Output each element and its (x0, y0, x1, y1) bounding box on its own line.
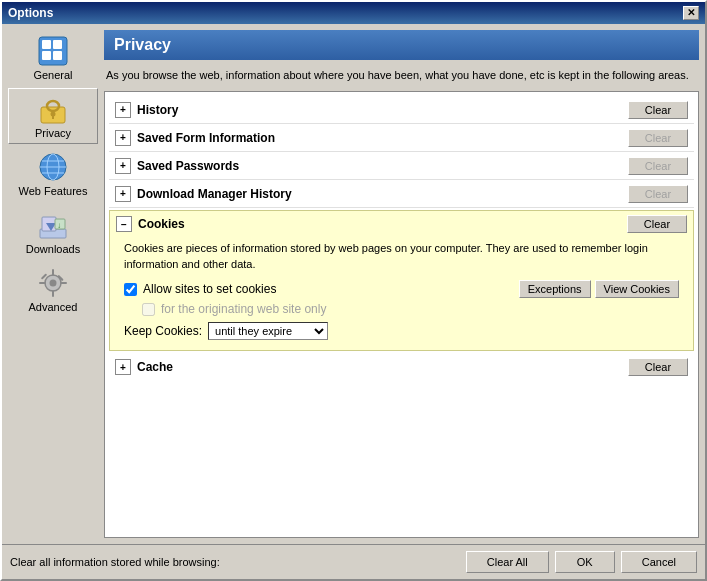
saved-passwords-label: Saved Passwords (137, 159, 628, 173)
cookies-allow-row: Allow sites to set cookies Exceptions Vi… (124, 280, 679, 298)
cookies-body: Cookies are pieces of information stored… (110, 237, 693, 350)
cookies-label: Cookies (138, 217, 627, 231)
title-bar: Options ✕ (2, 2, 705, 24)
svg-rect-23 (39, 282, 46, 284)
cookies-header-row: − Cookies Clear (110, 211, 693, 237)
saved-passwords-clear-button[interactable]: Clear (628, 157, 688, 175)
sidebar-label-general: General (33, 69, 72, 81)
allow-cookies-label: Allow sites to set cookies (143, 282, 276, 296)
keep-cookies-select[interactable]: until they expire until I close Firefox … (208, 322, 328, 340)
download-history-label: Download Manager History (137, 187, 628, 201)
window-title: Options (8, 6, 53, 20)
cache-row: + Cache Clear (109, 353, 694, 381)
saved-passwords-row: + Saved Passwords Clear (109, 152, 694, 180)
general-icon (37, 35, 69, 67)
sidebar-item-advanced[interactable]: Advanced (8, 262, 98, 318)
page-header: Privacy (104, 30, 699, 60)
sidebar-label-web-features: Web Features (19, 185, 88, 197)
close-button[interactable]: ✕ (683, 6, 699, 20)
svg-point-20 (50, 280, 57, 287)
svg-rect-22 (52, 290, 54, 297)
exceptions-button[interactable]: Exceptions (519, 280, 591, 298)
sidebar-item-privacy[interactable]: Privacy (8, 88, 98, 144)
allow-cookies-checkbox[interactable] (124, 283, 137, 296)
svg-rect-21 (52, 269, 54, 276)
main-content: Privacy As you browse the web, informati… (104, 30, 699, 538)
svg-rect-24 (60, 282, 67, 284)
advanced-icon (37, 267, 69, 299)
page-description: As you browse the web, information about… (104, 64, 699, 91)
cache-clear-button[interactable]: Clear (628, 358, 688, 376)
view-cookies-button[interactable]: View Cookies (595, 280, 679, 298)
svg-rect-2 (42, 51, 51, 60)
sidebar-label-downloads: Downloads (26, 243, 80, 255)
svg-rect-4 (53, 51, 62, 60)
saved-form-clear-button[interactable]: Clear (628, 129, 688, 147)
keep-cookies-row: Keep Cookies: until they expire until I … (124, 322, 679, 340)
keep-cookies-label: Keep Cookies: (124, 324, 202, 338)
downloads-icon: ↓ (37, 209, 69, 241)
content-area: + History Clear + Saved Form Information… (104, 91, 699, 538)
cookies-action-buttons: Exceptions View Cookies (519, 280, 679, 298)
history-label: History (137, 103, 628, 117)
cache-expand-icon[interactable]: + (115, 359, 131, 375)
history-expand-icon[interactable]: + (115, 102, 131, 118)
saved-form-expand-icon[interactable]: + (115, 130, 131, 146)
cookies-description: Cookies are pieces of information stored… (124, 241, 679, 272)
sidebar-label-advanced: Advanced (29, 301, 78, 313)
saved-form-label: Saved Form Information (137, 131, 628, 145)
window-footer: Clear all information stored while brows… (2, 544, 705, 579)
options-window: Options ✕ General (0, 0, 707, 581)
sidebar-item-web-features[interactable]: Web Features (8, 146, 98, 202)
svg-rect-3 (53, 40, 62, 49)
sidebar-item-general[interactable]: General (8, 30, 98, 86)
clear-all-button[interactable]: Clear All (466, 551, 549, 573)
window-body: General Privacy (2, 24, 705, 544)
sidebar-item-downloads[interactable]: ↓ Downloads (8, 204, 98, 260)
page-title: Privacy (114, 36, 171, 53)
sidebar: General Privacy (8, 30, 98, 538)
svg-text:↓: ↓ (57, 221, 61, 230)
history-row: + History Clear (109, 96, 694, 124)
originating-checkbox[interactable] (142, 303, 155, 316)
cancel-button[interactable]: Cancel (621, 551, 697, 573)
cookies-expand-icon[interactable]: − (116, 216, 132, 232)
saved-passwords-expand-icon[interactable]: + (115, 158, 131, 174)
cache-label: Cache (137, 360, 628, 374)
privacy-icon (37, 93, 69, 125)
clear-all-text: Clear all information stored while brows… (10, 556, 460, 568)
originating-label: for the originating web site only (161, 302, 326, 316)
download-history-clear-button[interactable]: Clear (628, 185, 688, 203)
ok-button[interactable]: OK (555, 551, 615, 573)
cookies-originating-row: for the originating web site only (142, 302, 679, 316)
svg-point-7 (51, 112, 56, 117)
sidebar-label-privacy: Privacy (35, 127, 71, 139)
cookies-clear-button[interactable]: Clear (627, 215, 687, 233)
history-clear-button[interactable]: Clear (628, 101, 688, 119)
svg-rect-1 (42, 40, 51, 49)
download-history-expand-icon[interactable]: + (115, 186, 131, 202)
saved-form-row: + Saved Form Information Clear (109, 124, 694, 152)
web-features-icon (37, 151, 69, 183)
cookies-section: − Cookies Clear Cookies are pieces of in… (109, 210, 694, 351)
download-history-row: + Download Manager History Clear (109, 180, 694, 208)
